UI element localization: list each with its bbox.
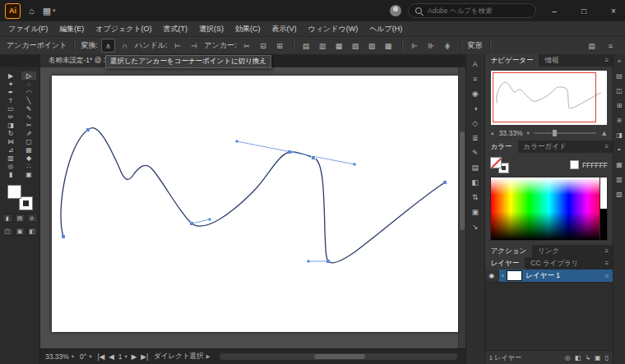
menu-effect[interactable]: 効果(C) [235, 24, 261, 35]
type-tool[interactable]: T [3, 96, 18, 104]
workspace-switcher[interactable]: ▦ ▾ [43, 6, 56, 16]
magic-wand-tool[interactable]: ✦ [3, 80, 18, 88]
color-spectrum[interactable] [490, 177, 608, 241]
visibility-eye-icon[interactable]: ◉ [485, 272, 499, 279]
rotate-tool[interactable]: ↻ [3, 129, 18, 137]
rectangle-tool[interactable]: ▭ [3, 104, 18, 113]
align-panel-icon[interactable]: ≣ [472, 135, 479, 142]
menu-file[interactable]: ファイル(F) [8, 24, 48, 35]
anchor-point[interactable] [62, 235, 65, 238]
remove-anchor-button[interactable]: ⊟ [257, 39, 270, 52]
direction-handle-endpoint[interactable] [353, 163, 356, 166]
blend-tool[interactable]: ◎ [3, 162, 18, 170]
zoom-slider-thumb[interactable] [553, 130, 557, 136]
distribute-horizontal-button[interactable]: ⊩ [409, 39, 421, 52]
delete-layer-icon[interactable]: ▯ [605, 354, 609, 362]
symbol-sprayer-tool[interactable]: ∴ [21, 162, 36, 170]
color-panel-icon[interactable]: ▤ [616, 73, 623, 80]
selection-tool[interactable]: ▶ [3, 71, 18, 80]
direct-selection-tool[interactable]: ▷ [21, 71, 36, 80]
align-top-button[interactable]: ▧ [350, 39, 362, 52]
rotation-dropdown[interactable]: 0° ▾ [80, 352, 91, 361]
align-right-button[interactable]: ▦ [333, 39, 345, 52]
layer-thumbnail[interactable] [507, 270, 522, 281]
tab-color-guide[interactable]: カラーガイド [518, 141, 572, 153]
links-panel-icon[interactable]: ▥ [616, 177, 623, 183]
last-artboard-button[interactable]: ▶| [141, 352, 148, 361]
menu-edit[interactable]: 編集(E) [59, 24, 84, 35]
pen-tool[interactable]: ✒ [3, 88, 18, 96]
color-guide-panel-icon[interactable]: ◫ [616, 88, 623, 94]
tab-color[interactable]: カラー [485, 141, 518, 153]
navigator-thumbnail[interactable] [491, 71, 607, 125]
horizontal-scrollbar-thumb[interactable] [314, 354, 365, 359]
collapse-dock-icon[interactable]: « [618, 58, 621, 65]
align-bottom-button[interactable]: ▩ [382, 39, 395, 52]
convert-to-corner-button[interactable]: ∧ [102, 39, 114, 52]
free-transform-tool[interactable]: ▢ [21, 137, 36, 145]
transparency-panel-icon[interactable]: ◑ [473, 105, 477, 113]
gradient-tool[interactable]: ▥ [3, 154, 18, 162]
anchor-point[interactable] [288, 150, 291, 154]
menu-view[interactable]: 表示(V) [272, 24, 297, 35]
symbols-panel-icon[interactable]: ▣ [471, 209, 479, 216]
fill-swatch[interactable] [7, 185, 21, 199]
canvas[interactable] [40, 67, 465, 348]
help-search[interactable] [408, 3, 536, 18]
brushes-panel-icon[interactable]: ✎ [472, 150, 479, 157]
none-button[interactable]: ⊘ [27, 214, 38, 223]
zoom-out-icon[interactable]: ▲ [490, 131, 495, 136]
tab-cc-libraries[interactable]: CC ライブラリ [525, 257, 584, 270]
mesh-tool[interactable]: ▦ [21, 145, 36, 154]
zoom-slider[interactable] [534, 132, 596, 134]
asset-export-panel-icon[interactable]: ⇅ [472, 194, 479, 201]
screen-mode-button[interactable]: ◧ [27, 227, 38, 236]
color-fill-swatch[interactable] [490, 157, 502, 168]
anchor-point[interactable] [326, 260, 330, 263]
tab-info[interactable]: 情報 [539, 54, 564, 67]
direction-handle-endpoint[interactable] [235, 140, 238, 143]
anchor-point[interactable] [86, 128, 90, 131]
locate-object-icon[interactable]: ◎ [565, 354, 571, 362]
navigator-zoom-value[interactable]: 33.33% [499, 129, 523, 137]
graphic-styles-panel-icon[interactable]: ◨ [616, 132, 623, 139]
pathfinder-panel-icon[interactable]: ⊞ [617, 103, 623, 109]
previous-artboard-button[interactable]: ◀ [109, 352, 114, 361]
swatches-panel-icon[interactable]: ▤ [471, 164, 479, 172]
gradient-panel-icon[interactable]: ◇ [472, 120, 478, 127]
direction-handle-endpoint[interactable] [307, 260, 310, 263]
perspective-grid-tool[interactable]: ⊿ [3, 145, 18, 154]
direction-handle-endpoint[interactable] [208, 218, 211, 221]
appearance-panel-icon[interactable]: ◉ [472, 90, 479, 98]
home-icon[interactable]: ⌂ [29, 6, 35, 16]
bezier-path[interactable] [61, 128, 445, 263]
make-clipping-mask-icon[interactable]: ◧ [575, 354, 581, 362]
convert-to-smooth-button[interactable]: ∩ [118, 39, 131, 52]
search-input[interactable] [426, 6, 518, 16]
panel-menu-icon[interactable]: ≡ [604, 143, 609, 150]
menu-type[interactable]: 書式(T) [164, 24, 188, 35]
align-left-button[interactable]: ▤ [300, 39, 312, 52]
zoom-dropdown[interactable]: 33.33% ▾ [45, 352, 74, 361]
hex-value[interactable]: FFFFFF [582, 161, 608, 169]
shaper-tool[interactable]: ∿ [21, 113, 36, 121]
close-button[interactable]: × [602, 0, 625, 21]
anchor-point[interactable] [312, 156, 316, 160]
zoom-in-icon[interactable]: ▲ [600, 129, 608, 137]
layer-name[interactable]: レイヤー 1 [525, 271, 560, 281]
distribute-vertical-button[interactable]: ⊪ [425, 39, 438, 52]
anchor-point[interactable] [443, 181, 447, 184]
tab-navigator[interactable]: ナビゲーター [485, 54, 539, 67]
width-tool[interactable]: ⋈ [3, 137, 18, 145]
white-black-ramp[interactable] [600, 177, 607, 240]
panel-menu-icon[interactable]: ≡ [604, 57, 609, 64]
connect-anchors-button[interactable]: ⊞ [274, 39, 286, 52]
fill-color-button[interactable]: ▮ [2, 214, 13, 223]
scale-tool[interactable]: ⇗ [21, 129, 36, 137]
anchor-point[interactable] [190, 222, 193, 225]
align-middle-button[interactable]: ▨ [366, 39, 378, 52]
horizontal-scrollbar[interactable] [220, 353, 457, 360]
artboards-panel-icon[interactable]: ◧ [471, 179, 479, 187]
layer-row[interactable]: ◉ › レイヤー 1 ○ [485, 270, 613, 283]
navigator-view-proxy[interactable] [493, 72, 596, 122]
